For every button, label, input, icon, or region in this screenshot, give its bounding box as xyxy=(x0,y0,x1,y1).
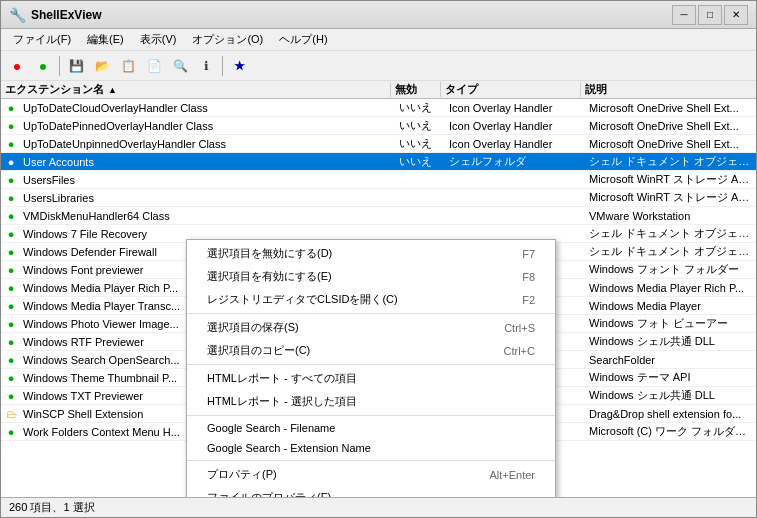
row-ext-name: Windows 7 File Recovery xyxy=(21,228,395,240)
col-header-type[interactable]: タイプ xyxy=(441,82,581,97)
status-bar: 260 項目、1 選択 xyxy=(1,497,756,517)
ctx-registry[interactable]: レジストリエディタでCLSIDを開く(C) F2 xyxy=(187,288,555,311)
minimize-button[interactable]: ─ xyxy=(672,5,696,25)
row-status-icon: ● xyxy=(3,388,19,404)
row-desc: Windows Media Player Rich P... xyxy=(585,282,756,294)
row-invalid: いいえ xyxy=(395,100,445,115)
row-desc: Microsoft (C) ワーク フォルダー ス... xyxy=(585,424,756,439)
row-status-icon: ● xyxy=(3,208,19,224)
row-status-icon: ● xyxy=(3,244,19,260)
row-desc: シェル ドキュメント オブジェクトとコント... xyxy=(585,154,756,169)
list-item[interactable]: ● UpToDateUnpinnedOverlayHandler Class い… xyxy=(1,135,756,153)
ctx-file-properties[interactable]: ファイルのプロパティ(F) xyxy=(187,486,555,497)
ctx-properties[interactable]: プロパティ(P) Alt+Enter xyxy=(187,463,555,486)
list-item[interactable]: ● VMDiskMenuHandler64 Class VMware Works… xyxy=(1,207,756,225)
row-invalid: いいえ xyxy=(395,154,445,169)
toolbar-btn-go[interactable]: ● xyxy=(31,54,55,78)
row-ext-name: UpToDatePinnedOverlayHandler Class xyxy=(21,120,395,132)
ctx-google-filename[interactable]: Google Search - Filename xyxy=(187,418,555,438)
row-desc: Windows フォト ビューアー xyxy=(585,316,756,331)
list-item[interactable]: ● UpToDatePinnedOverlayHandler Class いいえ… xyxy=(1,117,756,135)
row-status-icon: ● xyxy=(3,118,19,134)
list-item[interactable]: ● UpToDateCloudOverlayHandler Class いいえ … xyxy=(1,99,756,117)
toolbar-btn-open[interactable]: 📂 xyxy=(90,54,114,78)
ctx-google-extname[interactable]: Google Search - Extension Name xyxy=(187,438,555,458)
col-header-invalid[interactable]: 無効 xyxy=(391,82,441,97)
row-type: シェルフォルダ xyxy=(445,154,585,169)
ctx-html-selected[interactable]: HTMLレポート - 選択した項目 xyxy=(187,390,555,413)
ctx-html-all[interactable]: HTMLレポート - すべての項目 xyxy=(187,367,555,390)
title-bar: 🔧 ShellExView ─ □ ✕ xyxy=(1,1,756,29)
col-header-name[interactable]: エクステンション名 ▲ xyxy=(1,82,391,97)
row-ext-name: UpToDateUnpinnedOverlayHandler Class xyxy=(21,138,395,150)
row-status-icon: ● xyxy=(3,172,19,188)
row-status-icon: ● xyxy=(3,352,19,368)
ctx-separator-2 xyxy=(187,364,555,365)
row-status-icon: ● xyxy=(3,226,19,242)
menu-bar: ファイル(F) 編集(E) 表示(V) オプション(O) ヘルプ(H) xyxy=(1,29,756,51)
menu-help[interactable]: ヘルプ(H) xyxy=(271,30,335,49)
row-status-icon: ● xyxy=(3,334,19,350)
row-ext-name: UsersLibraries xyxy=(21,192,395,204)
toolbar-btn-ext[interactable]: ★ xyxy=(227,54,251,78)
menu-edit[interactable]: 編集(E) xyxy=(79,30,132,49)
list-item[interactable]: ● UsersFiles Microsoft WinRT ストレージ API..… xyxy=(1,171,756,189)
row-desc: シェル ドキュメント オブジェクトとコント... xyxy=(585,226,756,241)
row-type: Icon Overlay Handler xyxy=(445,102,585,114)
ctx-disable[interactable]: 選択項目を無効にする(D) F7 xyxy=(187,242,555,265)
row-status-icon: ● xyxy=(3,280,19,296)
list-item[interactable]: ● UsersLibraries Microsoft WinRT ストレージ A… xyxy=(1,189,756,207)
row-desc: Windows Media Player xyxy=(585,300,756,312)
sort-arrow: ▲ xyxy=(108,85,117,95)
row-status-icon: ● xyxy=(3,100,19,116)
menu-view[interactable]: 表示(V) xyxy=(132,30,185,49)
row-status-icon: 🗁 xyxy=(3,406,19,422)
toolbar-btn-stop[interactable]: ● xyxy=(5,54,29,78)
list-header: エクステンション名 ▲ 無効 タイプ 説明 xyxy=(1,81,756,99)
maximize-button[interactable]: □ xyxy=(698,5,722,25)
row-ext-name: User Accounts xyxy=(21,156,395,168)
row-desc: VMware Workstation xyxy=(585,210,756,222)
list-item-selected[interactable]: ● User Accounts いいえ シェルフォルダ シェル ドキュメント オ… xyxy=(1,153,756,171)
row-status-icon: ● xyxy=(3,136,19,152)
menu-file[interactable]: ファイル(F) xyxy=(5,30,79,49)
row-status-icon: ● xyxy=(3,190,19,206)
row-ext-name: UpToDateCloudOverlayHandler Class xyxy=(21,102,395,114)
title-controls: ─ □ ✕ xyxy=(672,5,748,25)
toolbar-separator-2 xyxy=(222,56,223,76)
toolbar-btn-info[interactable]: ℹ xyxy=(194,54,218,78)
col-header-desc[interactable]: 説明 xyxy=(581,82,756,97)
row-desc: Microsoft WinRT ストレージ API... xyxy=(585,172,756,187)
main-window: 🔧 ShellExView ─ □ ✕ ファイル(F) 編集(E) 表示(V) … xyxy=(0,0,757,518)
ctx-save-selected[interactable]: 選択項目の保存(S) Ctrl+S xyxy=(187,316,555,339)
close-button[interactable]: ✕ xyxy=(724,5,748,25)
row-type: Icon Overlay Handler xyxy=(445,120,585,132)
ctx-separator-1 xyxy=(187,313,555,314)
ctx-copy-selected[interactable]: 選択項目のコピー(C) Ctrl+C xyxy=(187,339,555,362)
toolbar-btn-copy2[interactable]: 📄 xyxy=(142,54,166,78)
row-status-icon: ● xyxy=(3,298,19,314)
row-desc: Windows シェル共通 DLL xyxy=(585,334,756,349)
toolbar-btn-save[interactable]: 💾 xyxy=(64,54,88,78)
toolbar-btn-copy1[interactable]: 📋 xyxy=(116,54,140,78)
row-ext-name: UsersFiles xyxy=(21,174,395,186)
row-invalid: いいえ xyxy=(395,136,445,151)
app-icon: 🔧 xyxy=(9,7,25,23)
row-desc: Windows フォント フォルダー xyxy=(585,262,756,277)
row-status-icon: ● xyxy=(3,316,19,332)
row-desc: SearchFolder xyxy=(585,354,756,366)
row-type: Icon Overlay Handler xyxy=(445,138,585,150)
row-desc: Microsoft OneDrive Shell Ext... xyxy=(585,102,756,114)
toolbar-btn-search[interactable]: 🔍 xyxy=(168,54,192,78)
ctx-separator-3 xyxy=(187,415,555,416)
row-desc: Microsoft OneDrive Shell Ext... xyxy=(585,138,756,150)
menu-options[interactable]: オプション(O) xyxy=(184,30,271,49)
row-desc: Windows シェル共通 DLL xyxy=(585,388,756,403)
context-menu: 選択項目を無効にする(D) F7 選択項目を有効にする(E) F8 レジストリエ… xyxy=(186,239,556,497)
row-status-icon: ● xyxy=(3,370,19,386)
row-invalid: いいえ xyxy=(395,118,445,133)
content-area: エクステンション名 ▲ 無効 タイプ 説明 ● UpToDateCloudOve… xyxy=(1,81,756,497)
ctx-enable[interactable]: 選択項目を有効にする(E) F8 xyxy=(187,265,555,288)
row-desc: シェル ドキュメント オブジェクトとコント... xyxy=(585,244,756,259)
row-desc: Windows テーマ API xyxy=(585,370,756,385)
